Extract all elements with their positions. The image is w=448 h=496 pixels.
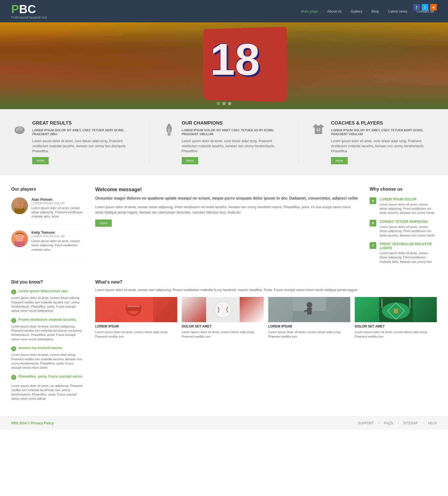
did-item-3: 3 Aeneon my endrerit mauris. Lorem ipsum… xyxy=(11,346,84,370)
whats-new-intro: Lorem ipsum dolor sit amet, consec teer … xyxy=(95,287,437,293)
player-desc-kelly: Lorem ipsum dolor sit amet, consec tetue… xyxy=(31,239,84,252)
feature-great-results-subtitle: LOREM IPSUM DOLOR SIT AMET, CSEC TETUER … xyxy=(32,128,138,136)
feature-coaches-players-text: Lorem ipsum dolor sit amet, conc tetuer … xyxy=(331,139,437,154)
logo[interactable]: PBC xyxy=(11,3,47,15)
did-you-know-title: Did you know? xyxy=(11,280,84,285)
svg-rect-15 xyxy=(16,239,23,242)
nav-blog[interactable]: Blog xyxy=(369,9,382,13)
feature-coaches-players-title: COACHES & PLAYERS xyxy=(331,120,437,126)
feature-our-champions-title: OUR CHAMPIONS xyxy=(182,120,288,126)
feature-great-results: GREAT RESULTS LOREM IPSUM DOLOR SIT AMET… xyxy=(11,120,138,164)
facebook-icon[interactable]: f xyxy=(413,4,420,11)
news-card-text-4: Lorem ipsum dolor sit amet, consec tetue… xyxy=(355,330,437,339)
did-item-2: 2 Prsent vestibulum molestie lacuirhs. L… xyxy=(11,318,84,342)
svg-rect-3 xyxy=(21,127,22,131)
why-item-a-text: Lorem ipsum dolor sit amet, consec tetue… xyxy=(380,202,437,215)
why-letter-b: b xyxy=(370,220,376,226)
nav-gallery[interactable]: Gallery xyxy=(348,9,365,13)
nav-dot-4: ● xyxy=(383,10,384,13)
svg-rect-2 xyxy=(19,126,21,131)
did-item-2-header: 2 Prsent vestibulum molestie lacuirhs. xyxy=(11,318,84,323)
news-img-4 xyxy=(355,297,437,322)
why-letter-a: a xyxy=(370,197,376,204)
jersey-icon: 12 xyxy=(310,120,327,137)
welcome-more-btn[interactable]: more xyxy=(95,219,112,227)
why-item-c-content: PRENT VESTIBULUM MOLESTIE LAIDHS Lorem i… xyxy=(380,242,437,264)
whats-new-title: What's new? xyxy=(95,280,437,285)
did-you-know-column: Did you know? 1 Lorem ipsum dolorconsec … xyxy=(11,280,84,405)
player-info-alan: Alan Poison LOREM IPSUM DOLOR Lorem ipsu… xyxy=(31,197,84,219)
rss-icon[interactable]: ■ xyxy=(430,4,437,11)
news-img-2-svg xyxy=(206,297,240,322)
hero-dot-1[interactable] xyxy=(217,102,220,105)
players-column: Our players Alan Poison LOREM IPSUM DOLO… xyxy=(11,187,84,269)
feature-great-results-text: Lorem ipsum dolor sit amet, conc tetuer … xyxy=(32,139,138,154)
twitter-icon[interactable]: t xyxy=(422,4,428,11)
did-num-3: 3 xyxy=(11,346,16,351)
footer-link-help[interactable]: HELP xyxy=(428,421,437,425)
news-img-child-svg xyxy=(120,297,153,322)
hero-dots xyxy=(217,102,231,105)
did-link-4[interactable]: Phasellllus. porta. Fusce suscipit variu… xyxy=(18,375,84,382)
did-link-1[interactable]: Lorem ipsum dolorconsec teer. xyxy=(18,289,68,293)
did-item-4: 4 Phasellllus. porta. Fusce suscipit var… xyxy=(11,375,84,401)
nav-main-page[interactable]: Main page xyxy=(298,9,321,13)
did-item-1: 1 Lorem ipsum dolorconsec teer. Lorem ip… xyxy=(11,289,84,313)
hero-dot-3[interactable] xyxy=(228,102,231,105)
news-card-2: DOLOR SET AMET Lorem ipsum dolor sit ame… xyxy=(182,297,264,339)
feature-our-champions-subtitle: LOREM IPSUM DOLOR SIT AMET CSEC TETUER A… xyxy=(182,128,288,136)
news-card-text-2: Lorem ipsum dolor sit amet, consec tetue… xyxy=(182,330,264,339)
hero-dot-2[interactable] xyxy=(222,102,226,105)
whats-new-column: What's new? Lorem ipsum dolor sit amet, … xyxy=(95,280,437,405)
welcome-text: Lorem ipsum dolor sit amet, consec tetue… xyxy=(95,205,358,215)
footer: PBS 2014 © Privacy Policy SUPPORT • FAQS… xyxy=(0,417,448,430)
feature-our-champions-btn[interactable]: more xyxy=(182,157,198,164)
player-role-kelly: LOREM IPSUM DOLOR xyxy=(31,235,84,238)
did-item-4-header: 4 Phasellllus. porta. Fusce suscipit var… xyxy=(11,375,84,382)
did-text-4: Lorem ipsum dolor sit amet, uer adipiscn… xyxy=(11,384,84,401)
footer-sep-1: • xyxy=(378,421,379,425)
why-item-a-content: LOREM IPSUM DOLOR Lorem ipsum dolor sit … xyxy=(380,197,437,215)
player-avatar-svg-alan xyxy=(11,197,28,214)
features-section: GREAT RESULTS LOREM IPSUM DOLOR SIT AMET… xyxy=(0,109,448,176)
news-grid: LOREM IPSUM Lorem ipsum dolor sit amet, … xyxy=(95,297,437,339)
nav-about-us[interactable]: About us xyxy=(325,9,344,13)
did-num-1: 1 xyxy=(11,289,16,294)
header: PBC Professional baseball club Main page… xyxy=(0,0,448,22)
fire-icon xyxy=(161,120,178,137)
svg-point-27 xyxy=(307,302,312,308)
nav-dot-5: ● xyxy=(411,10,413,13)
did-text-2: Lorem ipsum dolor sit amet, consec tadip… xyxy=(11,324,84,342)
feature-coaches-players-btn[interactable]: more xyxy=(331,157,347,164)
footer-link-support[interactable]: SUPPORT xyxy=(358,421,374,425)
player-avatar-svg-kelly xyxy=(11,230,28,247)
news-card-text-1: Lorem ipsum dolor sit amet, consec tetue… xyxy=(95,330,177,339)
why-item-c-text: Lorem ipsum dolor sit amet, consec tetue… xyxy=(380,251,437,264)
nav-latest-news[interactable]: Latest news xyxy=(385,9,410,13)
feature-coaches-players: 12 COACHES & PLAYERS LOREM IPSUM DOLOR S… xyxy=(310,120,437,164)
player-item-2: Kelly Tomson LOREM IPSUM DOLOR Lorem ips… xyxy=(11,230,84,258)
players-section-title: Our players xyxy=(11,187,84,192)
nav-dot-1: ● xyxy=(322,10,323,13)
nav-dot-2: ● xyxy=(346,10,347,13)
feature-our-champions-text: Lorem ipsum dolor sit amet, conc tetuer … xyxy=(182,139,288,154)
news-img-3 xyxy=(268,297,350,322)
news-img-2 xyxy=(182,297,264,322)
did-item-1-header: 1 Lorem ipsum dolorconsec teer. xyxy=(11,289,84,294)
did-num-2: 2 xyxy=(11,318,16,323)
footer-link-faqs[interactable]: FAQS xyxy=(384,421,393,425)
news-card-title-2: DOLOR SET AMET xyxy=(182,324,264,328)
player-info-kelly: Kelly Tomson LOREM IPSUM DOLOR Lorem ips… xyxy=(31,230,84,252)
feature-great-results-btn[interactable]: more xyxy=(32,157,49,164)
svg-rect-13 xyxy=(15,241,25,247)
footer-link-sitemap[interactable]: SITEMAP xyxy=(403,421,418,425)
logo-bc: BC xyxy=(19,3,36,16)
did-link-3[interactable]: Aeneon my endrerit mauris. xyxy=(18,346,63,350)
svg-rect-21 xyxy=(127,306,140,307)
did-link-2[interactable]: Prsent vestibulum molestie lacuirhs. xyxy=(18,318,77,322)
footer-left: PBS 2014 © Privacy Policy xyxy=(11,421,54,425)
why-item-a-title: LOREM IPSUM DOLOR xyxy=(380,197,437,201)
why-item-b-text: Lorem ipsum dolor sit amet, consec tetue… xyxy=(380,225,437,238)
nav-dot-3: ● xyxy=(366,10,368,13)
news-card-text-3: Lorem ipsum dolor sit amet, consec tetue… xyxy=(268,330,350,339)
